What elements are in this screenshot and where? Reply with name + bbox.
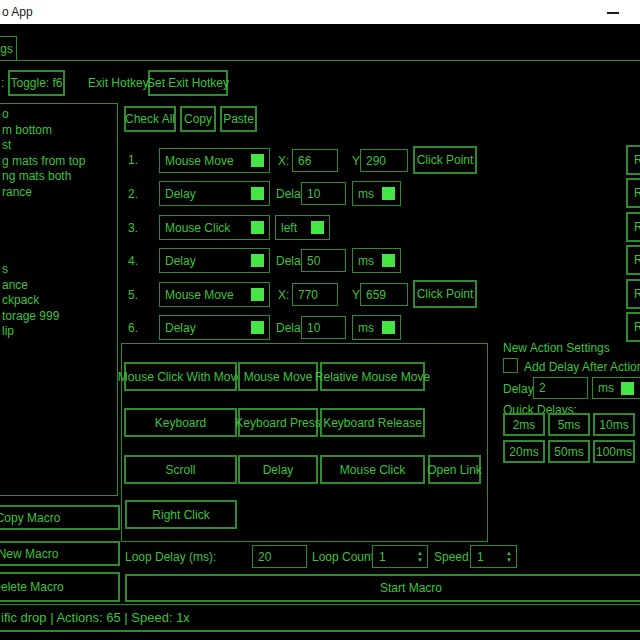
copy-button[interactable]: Copy — [180, 106, 216, 132]
action-type-value: Delay — [165, 187, 196, 201]
new-action-settings-title: New Action Settings — [503, 341, 610, 355]
mouse-click-button[interactable]: Mouse Click — [320, 455, 425, 484]
macro-list-item[interactable] — [2, 231, 117, 247]
y-input[interactable] — [360, 149, 408, 172]
check-all-button[interactable]: Check All — [124, 106, 176, 132]
mouse-move-button[interactable]: Mouse Move — [238, 362, 318, 391]
new-macro-button[interactable]: New Macro — [0, 541, 120, 566]
dropdown-indicator-icon — [251, 254, 264, 267]
toggle-hotkey-label: : — [1, 76, 4, 90]
spin-down-icon[interactable]: ▼ — [506, 558, 512, 563]
delay-input[interactable] — [301, 316, 346, 339]
speed-value: 1 — [477, 550, 484, 564]
mouse-button-dropdown[interactable]: left — [275, 215, 330, 240]
macro-list-item[interactable]: m bottom — [2, 123, 117, 139]
new-action-delay-input[interactable] — [533, 377, 588, 399]
action-type-dropdown[interactable]: Delay — [159, 181, 270, 206]
minimize-icon[interactable] — [607, 12, 619, 14]
dropdown-indicator-icon — [311, 221, 324, 234]
start-macro-button[interactable]: Start Macro — [125, 574, 640, 602]
spin-down-icon[interactable]: ▼ — [417, 558, 423, 563]
click-point-button[interactable]: Click Point — [413, 280, 477, 308]
action-type-dropdown[interactable]: Mouse Move — [159, 148, 270, 173]
macro-list-item[interactable]: g mats from top — [2, 154, 117, 170]
unit-value: ms — [358, 254, 374, 268]
loop-count-label: Loop Count: — [312, 545, 377, 568]
action-type-dropdown[interactable]: Mouse Click — [159, 215, 270, 240]
macro-list-item[interactable]: o — [2, 107, 117, 123]
macro-list-item[interactable]: torage 999 — [2, 309, 117, 325]
quick-delay-20ms-button[interactable]: 20ms — [503, 440, 545, 463]
remove-action-button[interactable]: R — [626, 178, 640, 208]
delay-unit-dropdown[interactable]: ms — [352, 315, 401, 340]
spin-up-icon[interactable]: ▲ — [417, 551, 423, 556]
quick-delay-100ms-button[interactable]: 100ms — [593, 440, 635, 463]
quick-delay-2ms-button[interactable]: 2ms — [503, 413, 545, 436]
dropdown-indicator-icon — [621, 382, 634, 395]
y-input[interactable] — [360, 283, 408, 306]
mouse-click-with-move-button[interactable]: Mouse Click With Move — [124, 362, 237, 391]
new-action-delay-label: Delay: — [503, 382, 537, 396]
loop-delay-input[interactable] — [252, 545, 307, 568]
macro-list-item[interactable]: s — [2, 262, 117, 278]
speed-stepper[interactable]: 1 ▲▼ — [470, 545, 517, 568]
delay-unit-dropdown[interactable]: ms — [352, 181, 401, 206]
loop-count-stepper[interactable]: 1 ▲▼ — [372, 545, 428, 568]
macro-list-item[interactable] — [2, 200, 117, 216]
delay-input[interactable] — [301, 249, 346, 272]
action-type-value: Mouse Click — [165, 221, 230, 235]
unit-value: ms — [358, 187, 374, 201]
new-action-unit-dropdown[interactable]: ms — [592, 377, 640, 399]
dropdown-indicator-icon — [251, 288, 264, 301]
quick-delay-50ms-button[interactable]: 50ms — [548, 440, 590, 463]
delay-button[interactable]: Delay — [238, 455, 318, 484]
remove-action-button[interactable]: R — [626, 279, 640, 309]
quick-delay-10ms-button[interactable]: 10ms — [593, 413, 635, 436]
action-type-value: Delay — [165, 321, 196, 335]
x-input[interactable] — [292, 283, 338, 306]
open-link-button[interactable]: Open Link — [428, 455, 481, 484]
scroll-button[interactable]: Scroll — [124, 455, 237, 484]
keyboard-button[interactable]: Keyboard — [124, 408, 237, 437]
remove-action-button[interactable]: R — [626, 312, 640, 342]
remove-action-button[interactable]: R — [626, 245, 640, 275]
macro-list-item[interactable]: lip — [2, 324, 117, 340]
macro-list-item[interactable]: ckpack — [2, 293, 117, 309]
macro-list-item[interactable]: ance — [2, 278, 117, 294]
paste-button[interactable]: Paste — [220, 106, 257, 132]
action-number: 2. — [128, 187, 138, 201]
macro-list-item[interactable]: ng mats both — [2, 169, 117, 185]
keyboard-press-button[interactable]: Keyboard Press — [238, 408, 318, 437]
delay-unit-dropdown[interactable]: ms — [352, 248, 401, 273]
relative-mouse-move-button[interactable]: Relative Mouse Move — [320, 362, 425, 391]
macro-list-item[interactable] — [2, 247, 117, 263]
keyboard-release-button[interactable]: Keyboard Release — [320, 408, 425, 437]
click-point-button[interactable]: Click Point — [413, 146, 477, 174]
x-input[interactable] — [292, 149, 338, 172]
action-type-value: Mouse Move — [165, 154, 234, 168]
macro-list-item[interactable]: st — [2, 138, 117, 154]
quick-delay-5ms-button[interactable]: 5ms — [548, 413, 590, 436]
loop-count-value: 1 — [379, 550, 386, 564]
delete-macro-button[interactable]: Delete Macro — [0, 572, 120, 602]
status-bar: ific drop | Actions: 65 | Speed: 1x — [0, 604, 640, 632]
remove-action-button[interactable]: R — [626, 145, 640, 175]
toggle-hotkey-button[interactable]: Toggle: f6 — [8, 70, 65, 96]
copy-macro-button[interactable]: Copy Macro — [0, 505, 120, 530]
tab-settings[interactable]: gs — [0, 36, 17, 61]
right-click-button[interactable]: Right Click — [125, 500, 237, 529]
remove-action-button[interactable]: R — [626, 212, 640, 242]
dropdown-indicator-icon — [251, 187, 264, 200]
macro-list-item[interactable] — [2, 216, 117, 232]
action-type-dropdown[interactable]: Mouse Move — [159, 282, 270, 307]
spin-up-icon[interactable]: ▲ — [506, 551, 512, 556]
set-exit-hotkey-button[interactable]: Set Exit Hotkey — [148, 70, 228, 96]
delay-input[interactable] — [301, 182, 346, 205]
macro-list-item[interactable]: rance — [2, 185, 117, 201]
action-type-dropdown[interactable]: Delay — [159, 248, 270, 273]
action-type-dropdown[interactable]: Delay — [159, 315, 270, 340]
tab-underline — [0, 60, 640, 61]
status-text: ific drop | Actions: 65 | Speed: 1x — [0, 610, 190, 625]
add-delay-checkbox[interactable] — [503, 358, 518, 373]
dropdown-indicator-icon — [382, 187, 395, 200]
